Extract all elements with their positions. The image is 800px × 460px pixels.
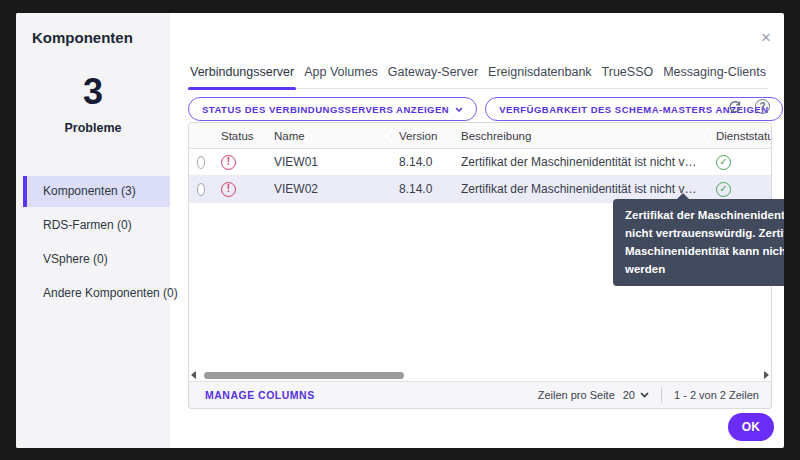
rows-per-page-value: 20 bbox=[623, 389, 635, 401]
table-toolbar-icons: ? bbox=[728, 99, 770, 114]
sidebar-item-label: Komponenten (3) bbox=[43, 184, 136, 198]
cell-name: VIEW02 bbox=[266, 182, 391, 196]
header-status: Status bbox=[213, 130, 266, 142]
cell-name: VIEW01 bbox=[266, 155, 391, 169]
row-range-label: 1 - 2 von 2 Zeilen bbox=[674, 389, 759, 401]
cell-description: Zertifikat der Maschinenidentität ist ni… bbox=[453, 155, 708, 169]
sidebar-nav: Komponenten (3) RDS-Farmen (0) VSphere (… bbox=[16, 176, 170, 312]
button-label: STATUS DES VERBINDUNGSSERVERS ANZEIGEN bbox=[202, 104, 449, 115]
service-ok-icon: ✓ bbox=[716, 155, 731, 170]
tab-bar: Verbindungsserver App Volumes Gateway-Se… bbox=[188, 61, 768, 89]
service-ok-icon: ✓ bbox=[716, 182, 731, 197]
rows-per-page-select[interactable]: 20 bbox=[623, 389, 649, 401]
sidebar-item-andere-komponenten[interactable]: Andere Komponenten (0) bbox=[23, 278, 170, 309]
scroll-right-icon[interactable] bbox=[764, 371, 769, 379]
tab-gateway-server[interactable]: Gateway-Server bbox=[386, 61, 480, 88]
chevron-down-icon bbox=[640, 392, 649, 398]
action-buttons: STATUS DES VERBINDUNGSSERVERS ANZEIGEN V… bbox=[188, 97, 783, 121]
chevron-down-icon bbox=[455, 107, 463, 112]
manage-columns-link[interactable]: MANAGE COLUMNS bbox=[205, 389, 315, 401]
components-dialog: Komponenten 3 Probleme Komponenten (3) R… bbox=[16, 13, 784, 448]
tab-messaging-clients[interactable]: Messaging-Clients bbox=[661, 61, 768, 88]
tab-ereignisdatenbank[interactable]: Ereignisdatenbank bbox=[486, 61, 594, 88]
footer-divider bbox=[661, 387, 662, 403]
scroll-left-icon[interactable] bbox=[191, 371, 196, 379]
cell-version: 8.14.0 bbox=[391, 182, 453, 196]
sidebar: Komponenten 3 Probleme Komponenten (3) R… bbox=[16, 13, 170, 448]
table-footer: MANAGE COLUMNS Zeilen pro Seite 20 1 - 2… bbox=[188, 381, 772, 409]
cell-version: 8.14.0 bbox=[391, 155, 453, 169]
refresh-icon[interactable] bbox=[728, 100, 742, 114]
sidebar-item-label: VSphere (0) bbox=[43, 252, 108, 266]
tab-app-volumes[interactable]: App Volumes bbox=[302, 61, 380, 88]
error-status-icon: ! bbox=[221, 155, 236, 170]
close-icon[interactable]: × bbox=[761, 29, 771, 46]
row-radio-button[interactable] bbox=[197, 156, 205, 169]
problem-count: 3 bbox=[16, 71, 170, 113]
show-connection-server-status-button[interactable]: STATUS DES VERBINDUNGSSERVERS ANZEIGEN bbox=[188, 97, 477, 121]
horizontal-scrollbar[interactable] bbox=[188, 369, 772, 381]
help-icon[interactable]: ? bbox=[755, 99, 770, 114]
error-status-icon: ! bbox=[221, 182, 236, 197]
header-description: Beschreibung bbox=[453, 130, 708, 142]
header-name: Name bbox=[266, 130, 391, 142]
tab-truesso[interactable]: TrueSSO bbox=[600, 61, 656, 88]
rows-per-page-label: Zeilen pro Seite bbox=[538, 389, 615, 401]
sidebar-item-vsphere[interactable]: VSphere (0) bbox=[23, 244, 170, 275]
table-header-row: Status Name Version Beschreibung Diensts… bbox=[189, 123, 771, 149]
header-service-status: Dienststatus bbox=[708, 130, 771, 142]
tab-verbindungsserver[interactable]: Verbindungsserver bbox=[188, 61, 296, 88]
row-radio-button[interactable] bbox=[197, 183, 205, 196]
pagination: Zeilen pro Seite 20 1 - 2 von 2 Zeilen bbox=[538, 387, 759, 403]
cell-description: Zertifikat der Maschinenidentität ist ni… bbox=[453, 182, 708, 196]
sidebar-item-label: RDS-Farmen (0) bbox=[43, 218, 132, 232]
sidebar-item-label: Andere Komponenten (0) bbox=[43, 286, 178, 300]
sidebar-item-rds-farmen[interactable]: RDS-Farmen (0) bbox=[23, 210, 170, 241]
main-panel: × Verbindungsserver App Volumes Gateway-… bbox=[170, 13, 784, 448]
description-tooltip: Zertifikat der Maschinenidentität ist ni… bbox=[613, 199, 784, 286]
sidebar-item-komponenten[interactable]: Komponenten (3) bbox=[23, 176, 170, 207]
scrollbar-thumb[interactable] bbox=[204, 372, 404, 379]
dialog-title: Komponenten bbox=[32, 29, 133, 46]
problem-count-label: Probleme bbox=[16, 121, 170, 135]
header-version: Version bbox=[391, 130, 453, 142]
table-row-view01[interactable]: ! VIEW01 8.14.0 Zertifikat der Maschinen… bbox=[189, 149, 771, 176]
ok-button[interactable]: OK bbox=[728, 413, 774, 441]
